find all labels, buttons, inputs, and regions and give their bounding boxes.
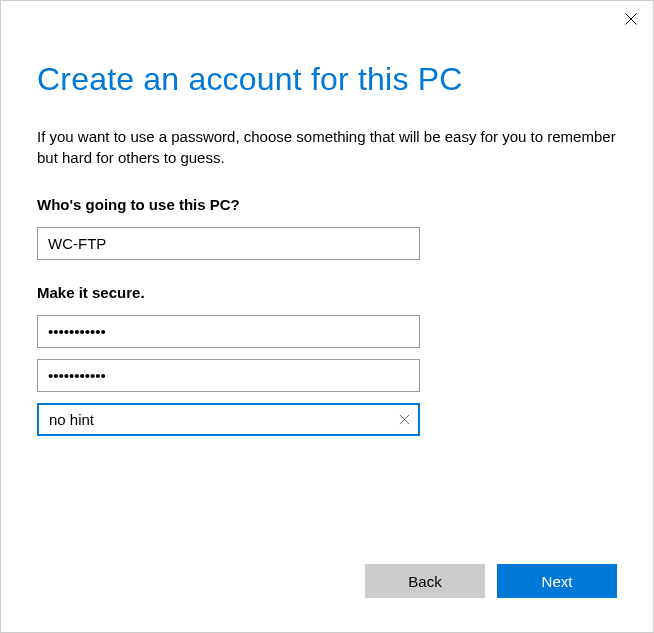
secure-label: Make it secure. bbox=[37, 284, 617, 301]
username-input[interactable] bbox=[37, 227, 420, 260]
secure-section: Make it secure. bbox=[37, 284, 617, 436]
footer-buttons: Back Next bbox=[365, 564, 617, 598]
password-input[interactable] bbox=[37, 315, 420, 348]
back-button[interactable]: Back bbox=[365, 564, 485, 598]
account-wizard-window: Create an account for this PC If you wan… bbox=[0, 0, 654, 633]
next-button[interactable]: Next bbox=[497, 564, 617, 598]
page-description: If you want to use a password, choose so… bbox=[37, 126, 617, 168]
close-icon bbox=[625, 13, 637, 25]
confirm-password-input[interactable] bbox=[37, 359, 420, 392]
close-button[interactable] bbox=[621, 9, 641, 29]
content-area: Create an account for this PC If you wan… bbox=[1, 1, 653, 436]
password-hint-input[interactable] bbox=[37, 403, 420, 436]
who-section: Who's going to use this PC? bbox=[37, 196, 617, 260]
page-title: Create an account for this PC bbox=[37, 61, 617, 98]
clear-icon bbox=[399, 414, 410, 425]
who-label: Who's going to use this PC? bbox=[37, 196, 617, 213]
hint-field-wrapper bbox=[37, 403, 420, 436]
clear-hint-button[interactable] bbox=[394, 410, 414, 430]
